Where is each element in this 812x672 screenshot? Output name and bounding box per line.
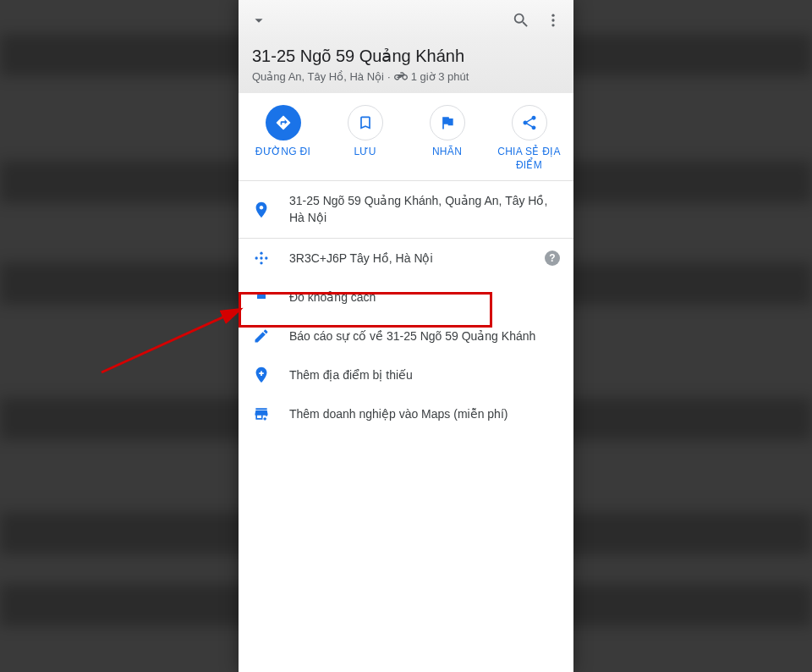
subtitle-location: Quảng An, Tây Hồ, Hà Nội: [252, 70, 384, 83]
measure-text: Đo khoảng cách: [289, 289, 560, 306]
top-bar: [239, 0, 573, 41]
missing-text: Thêm địa điểm bị thiếu: [289, 367, 560, 384]
measure-distance-row[interactable]: Đo khoảng cách: [239, 278, 573, 317]
action-row: ĐƯỜNG ĐI LƯU NHÃN CHIA SẺ ĐỊA ĐIỂM: [239, 93, 573, 180]
report-row[interactable]: Báo cáo sự cố về 31-25 Ngõ 59 Quảng Khán…: [239, 317, 573, 355]
subtitle-separator: ·: [387, 70, 391, 83]
add-missing-place-row[interactable]: Thêm địa điểm bị thiếu: [239, 355, 573, 394]
collapse-icon[interactable]: [249, 10, 269, 30]
share-icon: [512, 105, 547, 140]
add-location-icon: [252, 366, 271, 384]
help-icon[interactable]: ?: [545, 251, 560, 266]
flag-icon: [430, 105, 465, 140]
directions-label: ĐƯỜNG ĐI: [255, 146, 310, 159]
svg-point-6: [265, 257, 267, 260]
svg-point-5: [260, 257, 262, 260]
directions-button[interactable]: ĐƯỜNG ĐI: [250, 105, 317, 172]
label-label: NHÃN: [432, 146, 462, 159]
pluscode-icon: [252, 249, 271, 267]
label-button[interactable]: NHÃN: [414, 105, 481, 172]
svg-point-4: [255, 257, 258, 260]
address-row[interactable]: 31-25 Ngõ 59 Quảng Khánh, Quảng An, Tây …: [239, 181, 573, 238]
business-text: Thêm doanh nghiệp vào Maps (miễn phí): [289, 406, 560, 423]
place-sheet: 31-25 Ngõ 59 Quảng Khánh Quảng An, Tây H…: [239, 0, 573, 672]
save-label: LƯU: [354, 146, 376, 159]
svg-point-1: [551, 19, 554, 21]
store-icon: [252, 405, 271, 423]
share-label: CHIA SẺ ĐỊA ĐIỂM: [496, 146, 563, 172]
ruler-icon: [252, 288, 271, 306]
add-business-row[interactable]: Thêm doanh nghiệp vào Maps (miễn phí): [239, 394, 573, 433]
directions-icon: [266, 105, 301, 140]
bookmark-icon: [348, 105, 383, 140]
report-text: Báo cáo sự cố về 31-25 Ngõ 59 Quảng Khán…: [289, 328, 560, 345]
svg-point-2: [551, 24, 554, 26]
share-button[interactable]: CHIA SẺ ĐỊA ĐIỂM: [496, 105, 563, 172]
search-icon[interactable]: [511, 10, 531, 30]
pluscode-row[interactable]: 3R3C+J6P Tây Hồ, Hà Nội ?: [239, 239, 573, 278]
place-header: 31-25 Ngõ 59 Quảng Khánh Quảng An, Tây H…: [239, 41, 573, 93]
save-button[interactable]: LƯU: [332, 105, 399, 172]
svg-point-0: [551, 14, 554, 17]
address-text: 31-25 Ngõ 59 Quảng Khánh, Quảng An, Tây …: [289, 193, 560, 226]
place-subtitle: Quảng An, Tây Hồ, Hà Nội · 1 giờ 3 phút: [252, 69, 560, 83]
more-icon[interactable]: [543, 10, 563, 30]
pluscode-text: 3R3C+J6P Tây Hồ, Hà Nội: [289, 251, 526, 267]
svg-rect-8: [257, 295, 266, 299]
pencil-icon: [252, 327, 271, 345]
place-title: 31-25 Ngõ 59 Quảng Khánh: [252, 41, 560, 66]
motorcycle-icon: [394, 69, 408, 83]
svg-point-7: [260, 262, 262, 265]
pin-icon: [252, 201, 271, 219]
subtitle-eta: 1 giờ 3 phút: [411, 70, 469, 83]
svg-point-3: [260, 252, 262, 255]
